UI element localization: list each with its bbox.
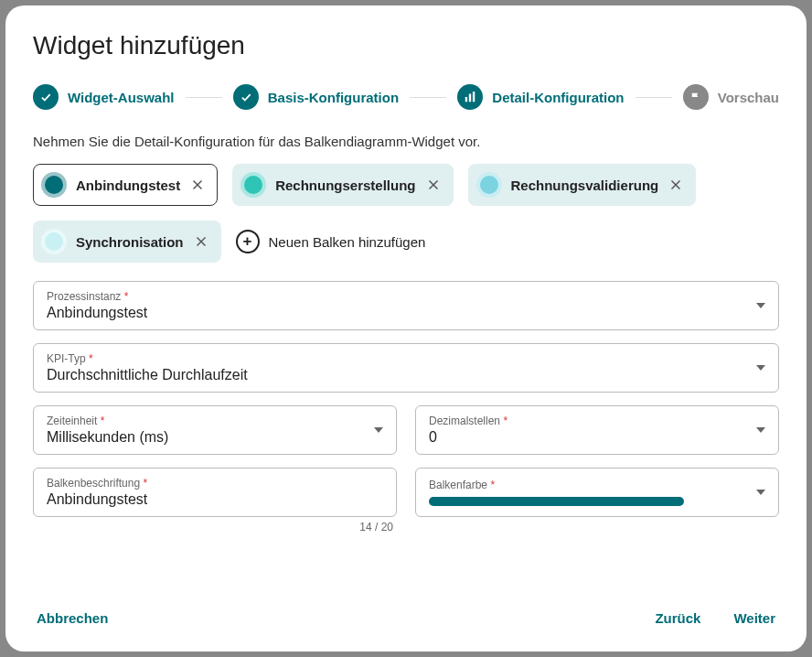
add-bar-label: Neuen Balken hinzufügen (269, 234, 426, 250)
chevron-down-icon (756, 427, 765, 433)
balkenbeschriftung-input[interactable]: Balkenbeschriftung * Anbindungstest (33, 468, 397, 517)
char-count: 14 / 20 (33, 521, 397, 533)
wizard-stepper: Widget-Auswahl Basis-Konfiguration Detai… (33, 84, 779, 110)
bar-chip-synchronisation[interactable]: Synchronisation (33, 221, 221, 263)
chip-label: Rechnungsvalidierung (511, 178, 659, 193)
bar-chip-rechnungsvalidierung[interactable]: Rechnungsvalidierung (468, 164, 697, 206)
color-swatch (41, 229, 67, 254)
svg-rect-1 (469, 94, 471, 102)
dialog-title: Widget hinzufügen (33, 31, 779, 60)
back-button[interactable]: Zurück (651, 603, 704, 633)
check-icon (233, 84, 259, 110)
field-label: Dezimalstellen * (429, 415, 740, 427)
check-icon (33, 84, 59, 110)
step-vorschau: Vorschau (683, 84, 779, 110)
step-separator (186, 97, 222, 98)
step-label: Widget-Auswahl (68, 90, 175, 105)
step-detail-konfiguration[interactable]: Detail-Konfiguration (457, 84, 624, 110)
close-icon[interactable] (668, 177, 684, 193)
color-swatch (240, 172, 266, 198)
field-value: 0 (429, 429, 740, 446)
cancel-button[interactable]: Abbrechen (33, 603, 112, 633)
color-preview-bar (429, 497, 684, 506)
color-swatch (41, 172, 67, 198)
step-label: Basis-Konfiguration (268, 90, 399, 105)
bar-chip-anbindungstest[interactable]: Anbindungstest (33, 164, 218, 206)
chevron-down-icon (756, 365, 765, 371)
balkenfarbe-select[interactable]: Balkenfarbe * (415, 468, 779, 517)
field-value: Millisekunden (ms) (47, 429, 358, 446)
prozessinstanz-select[interactable]: Prozessinstanz * Anbindungstest (33, 281, 779, 330)
step-widget-auswahl[interactable]: Widget-Auswahl (33, 84, 175, 110)
color-swatch (476, 172, 502, 198)
instruction-text: Nehmen Sie die Detail-Konfiguration für … (33, 134, 779, 149)
svg-rect-2 (473, 92, 475, 102)
zeiteinheit-select[interactable]: Zeiteinheit * Millisekunden (ms) (33, 405, 397, 455)
add-bar-button[interactable]: + Neuen Balken hinzufügen (236, 230, 426, 253)
field-value: Durchschnittliche Durchlaufzeit (47, 367, 740, 383)
chevron-down-icon (756, 303, 765, 308)
step-label: Vorschau (718, 90, 779, 105)
close-icon[interactable] (425, 177, 442, 193)
close-icon[interactable] (189, 177, 206, 193)
field-label: Balkenfarbe * (429, 479, 740, 491)
chip-label: Synchronisation (76, 234, 184, 250)
chip-label: Rechnungserstellung (275, 178, 415, 193)
kpi-typ-select[interactable]: KPI-Typ * Durchschnittliche Durchlaufzei… (33, 343, 779, 393)
chevron-down-icon (756, 490, 765, 495)
field-label: Zeiteinheit * (47, 415, 358, 427)
step-separator (636, 97, 672, 98)
bar-chip-rechnungserstellung[interactable]: Rechnungserstellung (232, 164, 453, 206)
field-label: Prozessinstanz * (47, 290, 740, 303)
field-value: Anbindungstest (47, 491, 358, 508)
flag-icon (683, 84, 709, 110)
bar-chips-row: Anbindungstest Rechnungserstellung Rechn… (33, 164, 779, 263)
close-icon[interactable] (193, 233, 209, 250)
svg-rect-0 (465, 97, 467, 102)
field-value: Anbindungstest (47, 305, 740, 321)
dialog-actions: Abbrechen Zurück Weiter (33, 587, 779, 633)
step-basis-konfiguration[interactable]: Basis-Konfiguration (233, 84, 399, 110)
step-separator (410, 97, 446, 98)
add-widget-dialog: Widget hinzufügen Widget-Auswahl Basis-K… (5, 5, 807, 652)
field-label: Balkenbeschriftung * (47, 477, 358, 490)
chip-label: Anbindungstest (76, 178, 180, 193)
next-button[interactable]: Weiter (730, 603, 779, 633)
dezimalstellen-select[interactable]: Dezimalstellen * 0 (415, 405, 779, 455)
step-label: Detail-Konfiguration (492, 90, 624, 105)
plus-circle-icon: + (236, 230, 260, 253)
field-label: KPI-Typ * (47, 352, 740, 365)
bar-chart-icon (457, 84, 483, 110)
chevron-down-icon (374, 427, 383, 433)
